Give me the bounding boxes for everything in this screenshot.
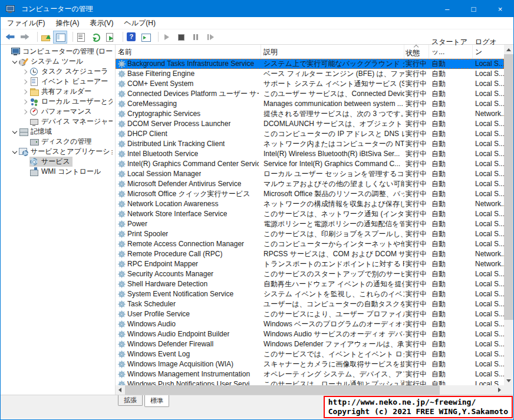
back-button[interactable] — [3, 31, 17, 44]
DCOM Server Process Launcher[interactable]: DCOM Server Process Launcher DCOMLAUNCH … — [116, 119, 504, 129]
Windows Event Log[interactable]: Windows Event Log このサービスでは、イベントとイベント ログを… — [116, 349, 504, 359]
menu-item[interactable]: 操作(A) — [50, 17, 84, 29]
column-header-name[interactable]: 名前 — [116, 45, 261, 58]
Security Accounts Manager[interactable]: Security Accounts Manager このサービスのスタートアップ… — [116, 269, 504, 279]
tree-item-local-users-groups[interactable]: ローカル ユーザーとグループ — [1, 97, 115, 107]
up-level-button[interactable] — [38, 31, 52, 44]
menu-item[interactable]: 表示(V) — [84, 17, 118, 29]
tree-item-device-manager[interactable]: デバイス マネージャー — [1, 117, 115, 127]
horizontal-scrollbar[interactable] — [116, 385, 504, 395]
view-tab[interactable]: 拡張 — [118, 395, 143, 406]
tree-item-services[interactable]: サービス — [1, 157, 115, 167]
tree-item-task-scheduler[interactable]: タスク スケジューラ — [1, 67, 115, 77]
tree-item-event-viewer[interactable]: イベント ビューアー — [1, 77, 115, 87]
Cryptographic Services[interactable]: Cryptographic Services 提供される管理サービスは、次の 3… — [116, 109, 504, 119]
column-header-startup-type[interactable]: スタートアッ... — [429, 45, 473, 58]
expander-icon[interactable] — [22, 167, 29, 177]
view-tab[interactable]: 標準 — [144, 395, 169, 407]
COM+ Event System[interactable]: COM+ Event System サポート システム イベント通知サービス (… — [116, 79, 504, 89]
toolbar-button[interactable] — [68, 31, 73, 44]
scroll-left-arrow[interactable] — [116, 385, 125, 395]
start-service-button[interactable] — [159, 31, 173, 44]
expander-icon[interactable] — [22, 67, 29, 77]
toolbar-button[interactable] — [153, 31, 159, 44]
tree-item-system-tools[interactable]: システム ツール — [1, 57, 115, 67]
Network Store Interface Service[interactable]: Network Store Interface Service このサービスは、… — [116, 209, 504, 219]
show-console-tree-button[interactable] — [53, 31, 67, 44]
Print Spooler[interactable]: Print Spooler このサービスは、印刷ジョブをスプールし、プリン...… — [116, 229, 504, 239]
DHCP Client[interactable]: DHCP Client このコンピューターの IP アドレスと DNS レコー.… — [116, 129, 504, 139]
tree-item-shared-folders[interactable]: 共有フォルダー — [1, 87, 115, 97]
Microsoft Office クイック実行サービス[interactable]: Microsoft Office クイック実行サービス Microsoft Of… — [116, 189, 504, 199]
expander-icon[interactable] — [22, 117, 29, 127]
Connected Devices Platform ユーザー サー...[interactable]: Connected Devices Platform ユーザー サー... この… — [116, 89, 504, 99]
expander-icon[interactable] — [11, 147, 19, 157]
tree-item-services-and-applications[interactable]: サービスとアプリケーション — [1, 147, 115, 157]
stop-service-button[interactable] — [174, 31, 188, 44]
scroll-up-arrow[interactable] — [504, 45, 513, 54]
scroll-down-arrow[interactable] — [504, 376, 513, 385]
tree-item-computer-management[interactable]: コンピューターの管理 (ローカル) — [1, 47, 115, 57]
Remote Access Connection Manager[interactable]: Remote Access Connection Manager このコンピュー… — [116, 239, 504, 249]
Windows Image Acquisition (WIA)[interactable]: Windows Image Acquisition (WIA) スキャナーとカメ… — [116, 359, 504, 369]
Microsoft Defender Antivirus Service[interactable]: Microsoft Defender Antivirus Service マルウ… — [116, 179, 504, 189]
Task Scheduler[interactable]: Task Scheduler ユーザーは、コンピューターの自動タスクを構成...… — [116, 299, 504, 309]
Windows Management Instrumentation[interactable]: Windows Management Instrumentation オペレーテ… — [116, 369, 504, 379]
menu-item[interactable]: ヘルプ(H) — [118, 17, 161, 29]
expander-icon[interactable] — [22, 77, 29, 87]
maximize-button[interactable]: □ — [460, 1, 487, 17]
tree-item-storage[interactable]: 記憶域 — [1, 127, 115, 137]
h-scroll-thumb[interactable] — [125, 385, 440, 395]
vertical-scrollbar[interactable] — [504, 45, 513, 385]
Background Tasks Infrastructure Service[interactable]: Background Tasks Infrastructure Service … — [116, 59, 504, 69]
tree-item-wmi-control[interactable]: WMI コントロール — [1, 167, 115, 177]
column-header-description[interactable]: 説明 — [261, 45, 404, 58]
view-menu-button[interactable] — [139, 31, 153, 44]
scrollbar-corner — [504, 385, 513, 395]
System Event Notification Service[interactable]: System Event Notification Service システム イ… — [116, 289, 504, 299]
expander-icon[interactable] — [22, 97, 29, 107]
Windows Audio Endpoint Builder[interactable]: Windows Audio Endpoint Builder Windows A… — [116, 329, 504, 339]
tree-item-disk-management[interactable]: ディスクの管理 — [1, 137, 115, 147]
properties-button[interactable] — [74, 31, 88, 44]
expander-icon[interactable] — [11, 57, 19, 67]
Local Session Manager[interactable]: Local Session Manager ローカル ユーザー セッションを管理… — [116, 169, 504, 179]
v-scroll-thumb[interactable] — [504, 54, 513, 320]
column-header-status[interactable]: 状態 — [404, 45, 429, 58]
help-button[interactable] — [124, 31, 138, 44]
Shell Hardware Detection[interactable]: Shell Hardware Detection 自動再生ハードウェア イベント… — [116, 279, 504, 289]
Windows Audio[interactable]: Windows Audio Windows ベースのプログラムのオーディオを管.… — [116, 319, 504, 329]
forward-button[interactable] — [18, 31, 32, 44]
minimize-button[interactable]: – — [434, 1, 460, 17]
RPC Endpoint Mapper[interactable]: RPC Endpoint Mapper トランスポートのエンドポイントに対する … — [116, 259, 504, 269]
expander-icon[interactable] — [3, 47, 11, 57]
Intel Bluetooth Service[interactable]: Intel Bluetooth Service Intel(R) Wireles… — [116, 149, 504, 159]
pause-service-button[interactable] — [189, 31, 203, 44]
expander-icon[interactable] — [22, 157, 29, 167]
tree-item-performance[interactable]: パフォーマンス — [1, 107, 115, 117]
column-header-logon[interactable]: ログオン — [473, 45, 504, 58]
User Profile Service[interactable]: User Profile Service このサービスにより、ユーザー プロファ… — [116, 309, 504, 319]
expander-icon[interactable] — [22, 137, 29, 147]
close-button[interactable]: × — [487, 1, 513, 17]
menu-item[interactable]: ファイル(F) — [2, 17, 50, 29]
restart-service-button[interactable] — [203, 31, 218, 44]
scroll-right-arrow[interactable] — [495, 385, 504, 395]
expander-icon[interactable] — [22, 107, 29, 117]
Windows Push Notifications User Servi...[interactable]: Windows Push Notifications User Servi...… — [116, 379, 504, 385]
titlebar[interactable]: コンピューターの管理 – □ × — [1, 1, 513, 17]
Power[interactable]: Power 電源ポリシーと電源ポリシーの通知配信を管... 実行中 自動 Loc… — [116, 219, 504, 229]
Base Filtering Engine[interactable]: Base Filtering Engine ベース フィルター エンジン (BF… — [116, 69, 504, 79]
expander-icon[interactable] — [22, 87, 29, 97]
Windows Defender Firewall[interactable]: Windows Defender Firewall Windows Defend… — [116, 339, 504, 349]
Intel(R) Graphics Command Center Service[interactable]: Intel(R) Graphics Command Center Service… — [116, 159, 504, 169]
CoreMessaging[interactable]: CoreMessaging Manages communication betw… — [116, 99, 504, 109]
export-list-button[interactable] — [103, 31, 117, 44]
Distributed Link Tracking Client[interactable]: Distributed Link Tracking Client ネットワーク内… — [116, 139, 504, 149]
toolbar-button[interactable] — [32, 31, 38, 44]
expander-icon[interactable] — [11, 127, 19, 137]
refresh-button[interactable] — [88, 31, 103, 44]
Network Location Awareness[interactable]: Network Location Awareness ネットワークの構成情報を収… — [116, 199, 504, 209]
Remote Procedure Call (RPC)[interactable]: Remote Procedure Call (RPC) RPCSS サービスは、… — [116, 249, 504, 259]
toolbar-button[interactable] — [118, 31, 123, 44]
